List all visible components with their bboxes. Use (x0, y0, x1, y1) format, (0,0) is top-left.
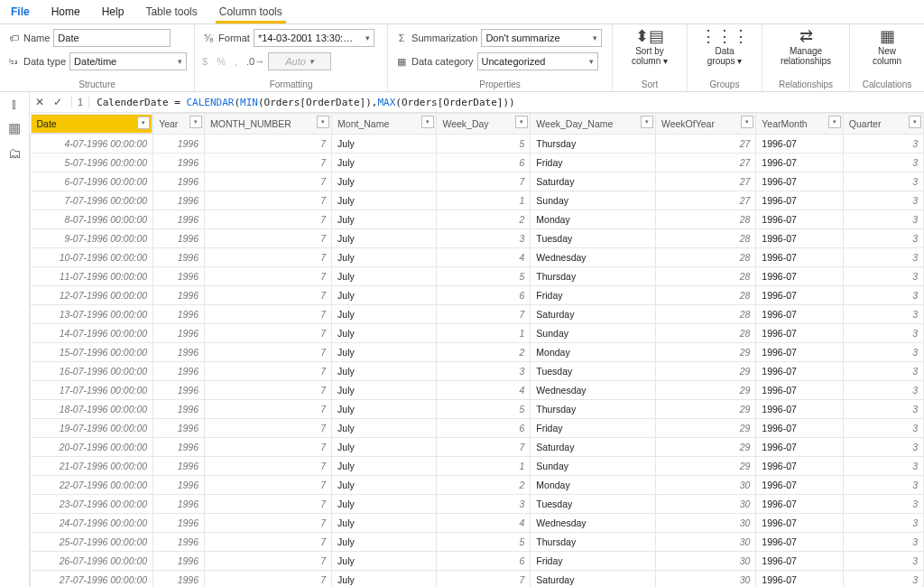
cell[interactable]: 7 (437, 172, 531, 191)
cell[interactable]: 7 (205, 323, 332, 342)
cell[interactable]: 1 (437, 456, 531, 475)
cell[interactable]: 30 (655, 513, 755, 532)
cell[interactable]: 28 (655, 266, 755, 285)
cell[interactable]: July (332, 153, 437, 172)
cell[interactable]: Saturday (531, 437, 656, 456)
cell[interactable]: 27 (655, 191, 755, 210)
cell[interactable]: 22-07-1996 00:00:00 (31, 475, 153, 494)
cell[interactable]: 7 (205, 134, 332, 153)
table-row[interactable]: 10-07-1996 00:00:0019967July4Wednesday28… (31, 247, 924, 266)
cell[interactable]: 7 (205, 342, 332, 361)
cell[interactable]: 30 (655, 475, 755, 494)
column-header[interactable]: Week_Day▾ (437, 114, 531, 135)
cell[interactable]: Monday (531, 210, 656, 228)
cell[interactable]: 8-07-1996 00:00:00 (31, 210, 153, 228)
cell[interactable]: 1996 (153, 399, 205, 418)
cell[interactable]: Friday (531, 418, 656, 437)
cell[interactable]: 5 (437, 266, 531, 285)
cell[interactable]: 9-07-1996 00:00:00 (31, 228, 153, 247)
cell[interactable]: July (332, 172, 437, 191)
cell[interactable]: 3 (843, 323, 923, 342)
cell[interactable]: 28 (655, 323, 755, 342)
cell[interactable]: 28 (655, 304, 755, 323)
filter-icon[interactable]: ▾ (828, 116, 841, 128)
cell[interactable]: 1996-07 (756, 247, 844, 266)
cell[interactable]: 3 (843, 570, 923, 587)
cell[interactable]: July (332, 513, 437, 532)
column-header[interactable]: Mont_Name▾ (332, 114, 437, 135)
cell[interactable]: 7 (205, 191, 332, 210)
cell[interactable]: 25-07-1996 00:00:00 (31, 532, 153, 551)
cell[interactable]: 19-07-1996 00:00:00 (31, 418, 153, 437)
filter-icon[interactable]: ▾ (317, 116, 329, 128)
menu-table-tools[interactable]: Table tools (134, 0, 208, 23)
cell[interactable]: 30 (655, 551, 755, 570)
cell[interactable]: 3 (843, 437, 923, 456)
cell[interactable]: 2 (437, 210, 531, 228)
cell[interactable]: Wednesday (531, 513, 656, 532)
cell[interactable]: 29 (655, 437, 755, 456)
column-header[interactable]: WeekOfYear▾ (655, 114, 755, 135)
cell[interactable]: 1996-07 (756, 380, 844, 399)
cell[interactable]: 4-07-1996 00:00:00 (31, 134, 153, 153)
cell[interactable]: 7 (205, 437, 332, 456)
cell[interactable]: 3 (843, 210, 923, 228)
cell[interactable]: 18-07-1996 00:00:00 (31, 399, 153, 418)
cell[interactable]: 17-07-1996 00:00:00 (31, 380, 153, 399)
table-row[interactable]: 9-07-1996 00:00:0019967July3Tuesday28199… (31, 228, 924, 247)
cell[interactable]: July (332, 380, 437, 399)
cell[interactable]: Saturday (531, 304, 656, 323)
data-category-select[interactable]: Uncategorized (477, 52, 598, 70)
cell[interactable]: 7 (205, 153, 332, 172)
cell[interactable]: 1996-07 (756, 399, 844, 418)
menu-file[interactable]: File (0, 0, 41, 23)
cell[interactable]: 3 (843, 266, 923, 285)
table-row[interactable]: 19-07-1996 00:00:0019967July6Friday29199… (31, 418, 924, 437)
cell[interactable]: July (332, 437, 437, 456)
cell[interactable]: 20-07-1996 00:00:00 (31, 437, 153, 456)
cell[interactable]: 7 (205, 399, 332, 418)
cell[interactable]: 1996-07 (756, 494, 844, 513)
cell[interactable]: 27 (655, 172, 755, 191)
cell[interactable]: 27 (655, 153, 755, 172)
cell[interactable]: Tuesday (531, 361, 656, 380)
cell[interactable]: Monday (531, 475, 656, 494)
cell[interactable]: 3 (437, 494, 531, 513)
cell[interactable]: July (332, 456, 437, 475)
cell[interactable]: 7 (205, 361, 332, 380)
cell[interactable]: 23-07-1996 00:00:00 (31, 494, 153, 513)
cell[interactable]: 1 (437, 323, 531, 342)
cell[interactable]: 1996 (153, 551, 205, 570)
cell[interactable]: July (332, 210, 437, 228)
cell[interactable]: 1996 (153, 153, 205, 172)
cell[interactable]: 3 (843, 475, 923, 494)
cell[interactable]: 7 (205, 494, 332, 513)
cell[interactable]: 14-07-1996 00:00:00 (31, 323, 153, 342)
cell[interactable]: 1996 (153, 570, 205, 587)
manage-relationships-button[interactable]: ⇄ Manage relationships (770, 28, 842, 66)
cell[interactable]: 7 (205, 513, 332, 532)
cell[interactable]: 1996-07 (756, 418, 844, 437)
cell[interactable]: 1996-07 (756, 551, 844, 570)
decimal-down-icon[interactable]: .0→ (246, 56, 259, 67)
cell[interactable]: Thursday (531, 266, 656, 285)
decimal-auto[interactable]: Auto (268, 52, 331, 70)
cell[interactable]: Friday (531, 285, 656, 304)
cell[interactable]: July (332, 247, 437, 266)
cell[interactable]: 13-07-1996 00:00:00 (31, 304, 153, 323)
cell[interactable]: 3 (437, 228, 531, 247)
cell[interactable]: July (332, 266, 437, 285)
cell[interactable]: 28 (655, 228, 755, 247)
column-header[interactable]: Quarter▾ (843, 114, 923, 135)
table-row[interactable]: 17-07-1996 00:00:0019967July4Wednesday29… (31, 380, 924, 399)
cell[interactable]: 4 (437, 380, 531, 399)
cell[interactable]: July (332, 191, 437, 210)
column-header[interactable]: Date▾ (31, 114, 153, 134)
cell[interactable]: 1996-07 (756, 513, 844, 532)
cell[interactable]: 6 (437, 285, 531, 304)
menu-column-tools[interactable]: Column tools (208, 0, 293, 23)
report-view-icon[interactable]: ⫿ (11, 96, 18, 111)
cell[interactable]: 21-07-1996 00:00:00 (31, 456, 153, 475)
cell[interactable]: 1996-07 (756, 191, 844, 210)
cell[interactable]: 29 (655, 418, 755, 437)
